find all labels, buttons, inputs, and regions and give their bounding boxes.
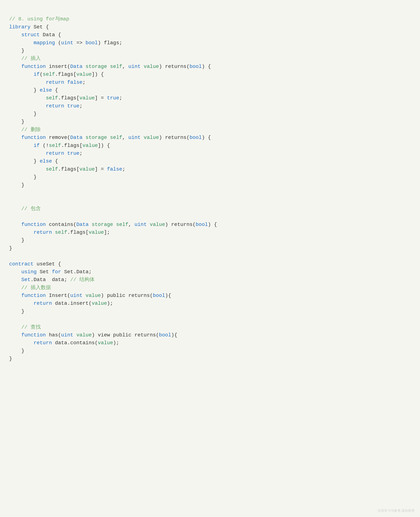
kw-library: library (9, 24, 30, 30)
comment-contains: // 包含 (21, 206, 41, 212)
comment-insert: // 插入 (21, 56, 41, 61)
kw-mapping: mapping (33, 40, 55, 46)
code-display: // 8. using for与map library Set { struct… (9, 7, 411, 363)
comment-line-1: // 8. using for与map (9, 16, 69, 22)
comment-insert-data: // 插入数据 (21, 285, 51, 290)
comment-remove: // 删除 (21, 127, 41, 133)
watermark: 仅供学习与参考,请勿商用 (378, 508, 414, 513)
kw-struct: struct (21, 32, 40, 38)
comment-search: // 查找 (21, 324, 41, 330)
